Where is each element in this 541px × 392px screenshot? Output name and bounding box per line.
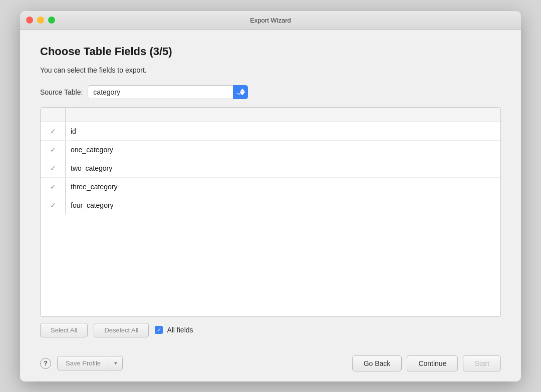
save-profile-button[interactable]: Save Profile [58, 356, 109, 370]
source-table-select-wrapper: category [88, 85, 248, 99]
table-row[interactable]: ✓ one_category [41, 141, 500, 159]
field-name: four_category [66, 201, 500, 209]
source-table-label: Source Table: [40, 88, 83, 96]
row-checkbox[interactable]: ✓ [41, 159, 66, 177]
help-button[interactable]: ? [40, 358, 51, 369]
checkmark-icon: ✓ [50, 201, 56, 209]
export-wizard-window: Export Wizard Choose Table Fields (3/5) … [20, 11, 521, 381]
all-fields-checkbox[interactable] [155, 326, 163, 334]
window-controls [26, 17, 55, 24]
table-row[interactable]: ✓ two_category [41, 159, 500, 178]
titlebar: Export Wizard [20, 11, 521, 30]
page-description: You can select the fields to export. [40, 66, 501, 74]
table-row[interactable]: ✓ id [41, 122, 500, 141]
footer: ? Save Profile ▼ Go Back Continue Start [20, 349, 521, 381]
footer-right: Go Back Continue Start [352, 355, 501, 371]
field-name: two_category [66, 164, 500, 172]
source-table-select[interactable]: category [88, 85, 248, 99]
select-all-button[interactable]: Select All [40, 323, 88, 337]
checkmark-icon: ✓ [50, 183, 56, 191]
field-name: three_category [66, 183, 500, 191]
row-checkbox[interactable]: ✓ [41, 122, 66, 140]
table-row[interactable]: ✓ three_category [41, 178, 500, 196]
continue-button[interactable]: Continue [407, 355, 458, 371]
checkmark-icon: ✓ [50, 164, 56, 172]
row-checkbox[interactable]: ✓ [41, 178, 66, 196]
fields-table: ✓ id ✓ one_category ✓ two_category [40, 107, 501, 317]
minimize-button[interactable] [37, 17, 44, 24]
checkmark-icon: ✓ [50, 146, 56, 154]
page-title: Choose Table Fields (3/5) [40, 45, 501, 58]
all-fields-label: All fields [167, 326, 193, 334]
row-checkbox[interactable]: ✓ [41, 141, 66, 159]
table-header [41, 108, 500, 122]
window-title: Export Wizard [250, 17, 291, 24]
checkmark-icon: ✓ [50, 127, 56, 135]
table-row[interactable]: ✓ four_category [41, 196, 500, 214]
go-back-button[interactable]: Go Back [352, 355, 402, 371]
save-profile-dropdown-button[interactable]: ▼ [109, 357, 122, 369]
maximize-button[interactable] [48, 17, 55, 24]
field-name: id [66, 127, 500, 135]
main-content: Choose Table Fields (3/5) You can select… [20, 30, 521, 349]
close-button[interactable] [26, 17, 33, 24]
table-body: ✓ id ✓ one_category ✓ two_category [41, 122, 500, 316]
source-table-row: Source Table: category [40, 85, 501, 99]
deselect-all-button[interactable]: Deselect All [94, 323, 149, 337]
start-button[interactable]: Start [463, 355, 501, 371]
field-name: one_category [66, 146, 500, 154]
save-profile-group: Save Profile ▼ [57, 356, 123, 370]
header-checkbox-col [41, 108, 66, 122]
header-field-col [66, 108, 500, 122]
row-checkbox[interactable]: ✓ [41, 196, 66, 214]
all-fields-group: All fields [155, 326, 193, 334]
bottom-controls: Select All Deselect All All fields [40, 317, 501, 339]
